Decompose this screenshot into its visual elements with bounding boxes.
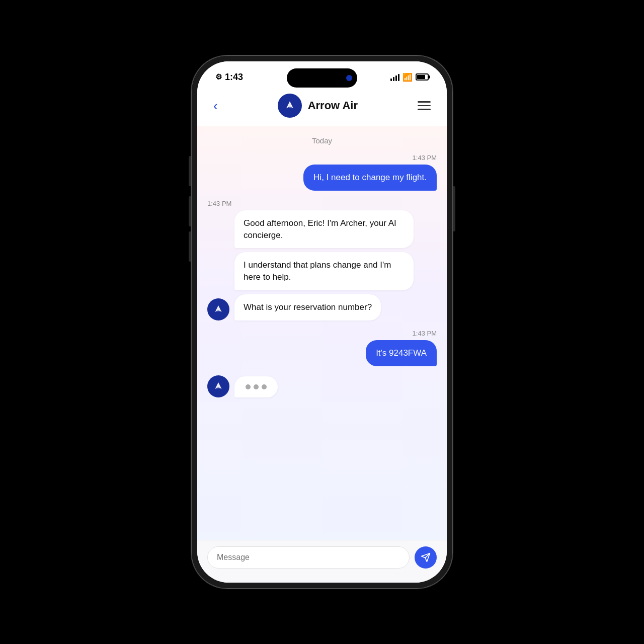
bot-bubble-1: Good afternoon, Eric! I'm Archer, your A… <box>234 210 414 249</box>
menu-line-1 <box>418 101 431 103</box>
timestamp-3: 1:43 PM <box>207 330 437 337</box>
bot-avatar-icon-1 <box>212 303 225 316</box>
chat-header: ‹ Arrow Air <box>197 89 447 126</box>
user-bubble-1: Hi, I need to change my flight. <box>303 165 437 191</box>
bot-row-2: I understand that plans change and I'm h… <box>207 252 437 290</box>
wifi-icon: 📶 <box>403 72 413 82</box>
menu-line-2 <box>418 105 431 107</box>
bot-bubble-3: What is your reservation number? <box>234 294 381 320</box>
message-input[interactable] <box>207 546 410 569</box>
phone-screen: ⚙ 1:43 📶 ‹ <box>197 61 447 583</box>
camera-indicator <box>346 75 352 81</box>
bot-avatar-icon-2 <box>212 380 225 393</box>
user-message-1: Hi, I need to change my flight. <box>207 165 437 191</box>
status-time: ⚙ 1:43 <box>215 72 243 83</box>
date-divider: Today <box>207 136 437 145</box>
typing-dot-3 <box>262 384 267 389</box>
input-bar <box>197 540 447 583</box>
typing-indicator <box>234 376 278 397</box>
bot-message-group: Good afternoon, Eric! I'm Archer, your A… <box>207 210 437 320</box>
dynamic-island <box>287 68 357 88</box>
header-center: Arrow Air <box>278 94 358 118</box>
battery-icon <box>416 73 429 80</box>
send-button[interactable] <box>415 546 437 569</box>
bot-row-3: What is your reservation number? <box>207 294 437 320</box>
message-group-1: 1:43 PM Hi, I need to change my flight. <box>207 154 437 193</box>
chat-area: Today 1:43 PM Hi, I need to change my fl… <box>197 126 447 540</box>
timestamp-1: 1:43 PM <box>207 154 437 162</box>
typing-dot-2 <box>254 384 259 389</box>
bot-row-typing <box>207 375 437 397</box>
timestamp-2: 1:43 PM <box>207 200 437 207</box>
bot-avatar-2 <box>207 375 229 397</box>
status-bar: ⚙ 1:43 📶 <box>197 61 447 89</box>
back-button[interactable]: ‹ <box>211 97 220 114</box>
bot-avatar-1 <box>207 298 229 320</box>
airline-name: Arrow Air <box>308 99 358 112</box>
send-icon <box>421 552 431 562</box>
gear-icon: ⚙ <box>215 72 222 82</box>
message-group-3: 1:43 PM It's 9243FWA <box>207 330 437 368</box>
typing-dot-1 <box>246 384 251 389</box>
time-display: 1:43 <box>225 72 243 83</box>
signal-icon <box>390 73 399 81</box>
menu-line-3 <box>418 109 431 110</box>
menu-button[interactable] <box>416 99 433 112</box>
bot-row-1: Good afternoon, Eric! I'm Archer, your A… <box>207 210 437 249</box>
airline-logo <box>278 94 302 118</box>
message-group-typing <box>207 375 437 397</box>
phone-frame: ⚙ 1:43 📶 ‹ <box>191 55 453 589</box>
user-message-2: It's 9243FWA <box>207 340 437 366</box>
user-bubble-2: It's 9243FWA <box>366 340 437 366</box>
status-icons: 📶 <box>390 72 429 82</box>
message-group-2: 1:43 PM Good afternoon, Eric! I'm Archer… <box>207 200 437 323</box>
bot-bubble-2: I understand that plans change and I'm h… <box>234 252 414 290</box>
airline-logo-icon <box>283 99 297 113</box>
